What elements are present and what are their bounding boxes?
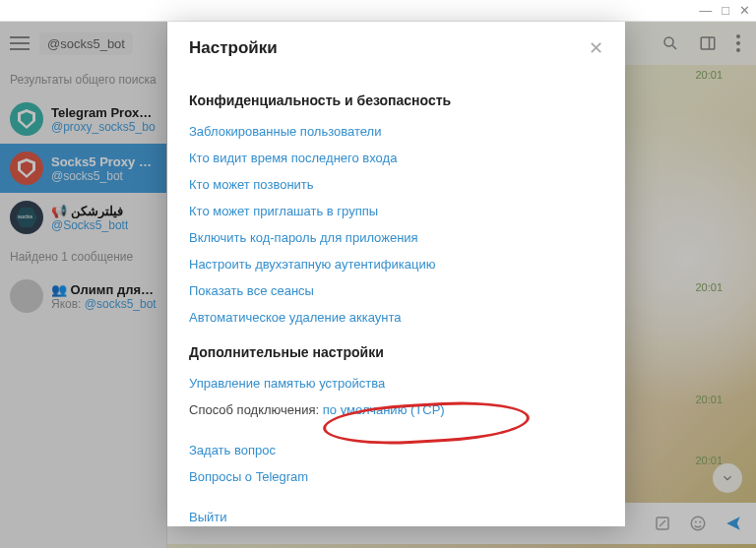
privacy-heading: Конфиденциальность и безопасность (189, 92, 603, 108)
passcode-link[interactable]: Включить код-пароль для приложения (189, 224, 603, 251)
who-can-invite-link[interactable]: Кто может приглашать в группы (189, 198, 603, 224)
auto-delete-link[interactable]: Автоматическое удаление аккаунта (189, 304, 603, 331)
os-titlebar: — □ ✕ (0, 0, 756, 22)
blocked-users-link[interactable]: Заблокированные пользователи (189, 118, 603, 145)
settings-modal: Настройки ✕ Конфиденциальность и безопас… (167, 22, 625, 526)
storage-link[interactable]: Управление памятью устройства (189, 370, 603, 396)
last-seen-link[interactable]: Кто видит время последнего входа (189, 145, 603, 171)
advanced-heading: Дополнительные настройки (189, 344, 603, 360)
connection-type-row: Способ подключения: по умолчанию (TCP) (189, 396, 603, 423)
close-icon[interactable]: ✕ (589, 37, 603, 59)
window-close[interactable]: ✕ (739, 3, 750, 18)
window-maximize[interactable]: □ (722, 3, 729, 18)
connection-type-label: Способ подключения: (189, 402, 323, 417)
connection-type-value[interactable]: по умолчанию (TCP) (323, 402, 445, 417)
modal-title: Настройки (189, 38, 278, 58)
who-can-call-link[interactable]: Кто может позвонить (189, 171, 603, 198)
sessions-link[interactable]: Показать все сеансы (189, 277, 603, 304)
two-step-link[interactable]: Настроить двухэтапную аутентификацию (189, 251, 603, 277)
window-minimize[interactable]: — (699, 3, 712, 18)
ask-question-link[interactable]: Задать вопрос (189, 437, 603, 463)
logout-link[interactable]: Выйти (189, 504, 603, 526)
faq-link[interactable]: Вопросы о Telegram (189, 463, 603, 490)
